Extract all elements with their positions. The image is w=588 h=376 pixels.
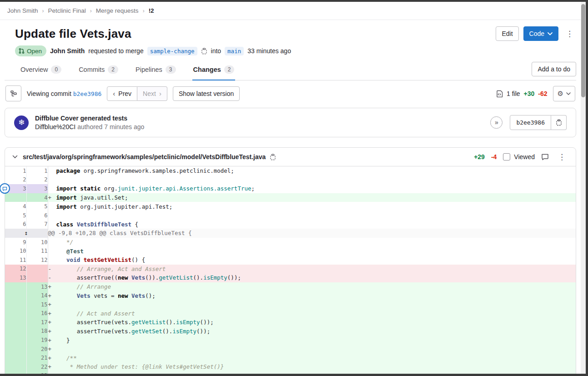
diff-row: 9 10 */: [5, 238, 576, 247]
tab-count-badge: 3: [166, 65, 176, 74]
breadcrumb-item[interactable]: Petclinic Final: [48, 7, 86, 14]
old-line-number[interactable]: [5, 327, 26, 336]
new-line-number[interactable]: 12: [26, 256, 48, 265]
old-line-number[interactable]: 3: [5, 184, 26, 193]
new-line-number[interactable]: 15: [26, 300, 48, 309]
file-options-kebab-icon[interactable]: ⋮: [555, 151, 568, 163]
old-line-number[interactable]: 9: [5, 238, 26, 247]
new-line-number[interactable]: 14: [26, 291, 48, 300]
old-line-number[interactable]: [5, 362, 26, 371]
breadcrumb-item[interactable]: !2: [149, 7, 154, 14]
file-tree-toggle-button[interactable]: [5, 85, 21, 101]
new-line-number[interactable]: 18: [26, 327, 48, 336]
new-line-number[interactable]: 4: [26, 193, 48, 202]
commit-title[interactable]: Diffblue Cover generated tests: [35, 115, 144, 122]
new-line-number[interactable]: 20: [26, 345, 48, 354]
old-line-number[interactable]: [5, 282, 26, 291]
old-line-number[interactable]: 10: [5, 246, 26, 256]
more-actions-kebab-icon[interactable]: ⋮: [563, 28, 576, 40]
code-line: void testGetVetList() {: [48, 256, 576, 265]
new-line-number[interactable]: 11: [26, 246, 48, 256]
new-line-number[interactable]: 22: [26, 362, 48, 371]
diff-row: 6 7 class VetsDiffblueTest {: [5, 220, 576, 229]
scrollbar[interactable]: [581, 2, 586, 374]
file-comment-button[interactable]: [541, 153, 549, 160]
code-text: assertTrue(vets.getVetSet().isEmpty());: [56, 328, 211, 335]
tab-pipelines[interactable]: Pipelines 3: [135, 59, 177, 80]
chevron-down-icon: [12, 155, 18, 159]
old-line-number[interactable]: [5, 193, 26, 202]
old-line-number[interactable]: 11: [5, 256, 26, 265]
old-line-number[interactable]: 6: [5, 220, 26, 229]
old-line-number[interactable]: 4: [5, 202, 26, 211]
edit-button[interactable]: Edit: [496, 26, 518, 41]
new-line-number[interactable]: 19: [26, 336, 48, 345]
file-path[interactable]: src/test/java/org/springframework/sample…: [23, 153, 266, 160]
old-line-number[interactable]: [5, 345, 26, 354]
copy-commit-sha-button[interactable]: [551, 115, 567, 130]
new-line-number[interactable]: 3: [26, 184, 48, 193]
old-line-number[interactable]: [5, 336, 26, 345]
new-line-number[interactable]: 7: [26, 220, 48, 229]
new-line-number[interactable]: 21: [26, 353, 48, 362]
new-line-number[interactable]: [26, 273, 48, 282]
old-line-number[interactable]: 12: [5, 265, 26, 274]
copy-icon: [270, 154, 276, 160]
new-line-number[interactable]: 16: [26, 309, 48, 318]
breadcrumb-item[interactable]: John Smith: [7, 7, 38, 14]
tab-overview[interactable]: Overview 0: [20, 59, 62, 80]
tab-commits[interactable]: Commits 2: [78, 59, 119, 80]
code-line: +import java.util.Set;: [48, 193, 576, 202]
next-commit-button[interactable]: Next›: [137, 86, 167, 101]
commit-author[interactable]: Diffblue%20CI: [35, 123, 75, 130]
viewing-commit-sha-link[interactable]: b2ee3986: [73, 90, 102, 97]
code-text: assertTrue(vets.getVetList().isEmpty());: [56, 319, 214, 326]
code-text: }: [56, 337, 70, 344]
show-latest-version-button[interactable]: Show latest version: [173, 86, 240, 101]
new-line-number[interactable]: 6: [26, 211, 48, 220]
breadcrumb-item[interactable]: Merge requests: [96, 7, 139, 14]
mr-author[interactable]: John Smith: [50, 47, 85, 55]
viewed-checkbox[interactable]: [503, 153, 510, 160]
code-line: +: [48, 345, 576, 354]
new-line-number[interactable]: 10: [26, 238, 48, 247]
source-branch-chip[interactable]: sample-change: [147, 47, 197, 55]
old-line-number[interactable]: [5, 318, 26, 327]
collapse-file-button[interactable]: [11, 154, 19, 160]
old-line-number[interactable]: 1: [5, 166, 26, 175]
old-line-number[interactable]: [5, 300, 26, 309]
old-line-number[interactable]: [5, 353, 26, 362]
diff-row: 4 5 import org.junit.jupiter.api.Test;: [5, 202, 576, 211]
prev-commit-button[interactable]: ‹Prev: [107, 86, 137, 101]
copy-branch-icon[interactable]: [201, 48, 207, 55]
diff-marker: +: [48, 301, 56, 308]
viewed-toggle[interactable]: Viewed: [503, 153, 535, 160]
code-text: import static org.junit.jupiter.api.Asse…: [56, 185, 255, 192]
add-todo-button[interactable]: Add a to do: [532, 62, 576, 76]
new-line-number[interactable]: [26, 265, 48, 274]
collapse-commit-button[interactable]: »: [490, 116, 503, 129]
expand-lines-button[interactable]: ↕: [5, 229, 48, 238]
code-button[interactable]: Code: [523, 26, 558, 41]
new-line-number[interactable]: 13: [26, 282, 48, 291]
new-line-number[interactable]: 2: [26, 175, 48, 185]
tab-changes[interactable]: Changes 2: [192, 59, 236, 80]
code-text: // Arrange: [56, 283, 111, 290]
code-text: class VetsDiffblueTest {: [56, 221, 139, 228]
new-line-number[interactable]: 1: [26, 166, 48, 175]
target-branch-chip[interactable]: main: [225, 47, 244, 55]
code-line: - assertTrue((new Vets()).getVetList().i…: [48, 273, 576, 282]
old-line-number[interactable]: 2: [5, 175, 26, 185]
scrollbar-thumb[interactable]: [581, 4, 585, 97]
diff-settings-button[interactable]: ⚙: [553, 86, 575, 101]
old-line-number[interactable]: 5: [5, 211, 26, 220]
line-comment-button[interactable]: [0, 183, 10, 194]
diff-marker: -: [48, 266, 56, 272]
new-line-number[interactable]: 5: [26, 202, 48, 211]
breadcrumb-separator-icon: ›: [42, 8, 44, 14]
old-line-number[interactable]: 13: [5, 273, 26, 282]
copy-file-path-button[interactable]: [270, 154, 276, 160]
old-line-number[interactable]: [5, 291, 26, 300]
old-line-number[interactable]: [5, 309, 26, 318]
new-line-number[interactable]: 17: [26, 318, 48, 327]
